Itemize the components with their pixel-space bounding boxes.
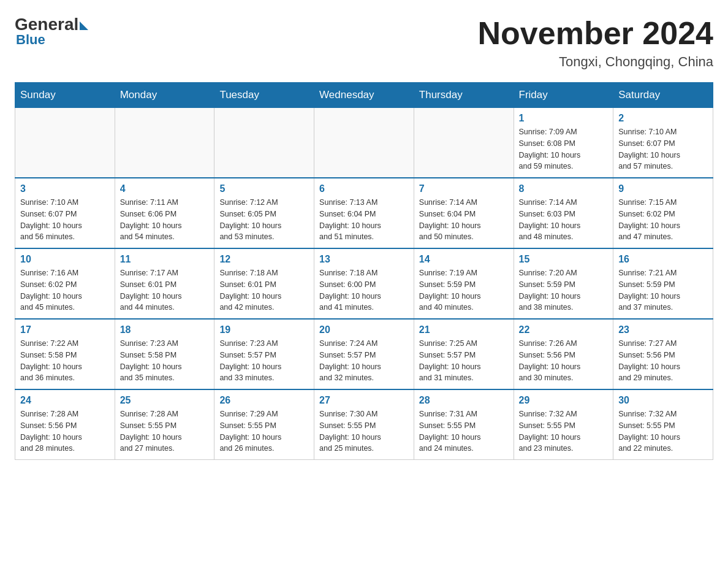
day-of-week-header: Thursday [414, 83, 514, 108]
day-number: 17 [20, 324, 110, 335]
day-number: 20 [319, 324, 409, 335]
calendar-week-row: 24Sunrise: 7:28 AMSunset: 5:56 PMDayligh… [15, 389, 713, 460]
calendar-cell: 22Sunrise: 7:26 AMSunset: 5:56 PMDayligh… [514, 319, 613, 389]
calendar-cell [115, 108, 214, 178]
day-info: Sunrise: 7:22 AMSunset: 5:58 PMDaylight:… [20, 338, 110, 384]
calendar-cell: 6Sunrise: 7:13 AMSunset: 6:04 PMDaylight… [314, 178, 414, 248]
location: Tongxi, Chongqing, China [478, 54, 713, 70]
calendar-cell: 12Sunrise: 7:18 AMSunset: 6:01 PMDayligh… [214, 248, 314, 319]
calendar-cell: 9Sunrise: 7:15 AMSunset: 6:02 PMDaylight… [613, 178, 713, 248]
day-info: Sunrise: 7:28 AMSunset: 5:56 PMDaylight:… [20, 408, 110, 454]
day-number: 2 [618, 113, 708, 124]
day-info: Sunrise: 7:19 AMSunset: 5:59 PMDaylight:… [419, 267, 509, 313]
day-info: Sunrise: 7:24 AMSunset: 5:57 PMDaylight:… [319, 338, 409, 384]
day-of-week-header: Sunday [15, 83, 115, 108]
day-of-week-header: Monday [115, 83, 214, 108]
day-info: Sunrise: 7:29 AMSunset: 5:55 PMDaylight:… [219, 408, 309, 454]
calendar-cell: 27Sunrise: 7:30 AMSunset: 5:55 PMDayligh… [314, 389, 414, 460]
day-number: 29 [519, 395, 609, 406]
calendar: SundayMondayTuesdayWednesdayThursdayFrid… [15, 82, 713, 460]
calendar-cell: 28Sunrise: 7:31 AMSunset: 5:55 PMDayligh… [414, 389, 514, 460]
day-info: Sunrise: 7:31 AMSunset: 5:55 PMDaylight:… [419, 408, 509, 454]
day-number: 19 [219, 324, 309, 335]
calendar-cell: 21Sunrise: 7:25 AMSunset: 5:57 PMDayligh… [414, 319, 514, 389]
day-info: Sunrise: 7:17 AMSunset: 6:01 PMDaylight:… [120, 267, 210, 313]
day-number: 24 [20, 395, 110, 406]
day-of-week-header: Saturday [613, 83, 713, 108]
day-number: 4 [120, 183, 210, 194]
day-number: 23 [618, 324, 708, 335]
day-number: 5 [219, 183, 309, 194]
calendar-header-row: SundayMondayTuesdayWednesdayThursdayFrid… [15, 83, 713, 108]
calendar-cell: 17Sunrise: 7:22 AMSunset: 5:58 PMDayligh… [15, 319, 115, 389]
day-info: Sunrise: 7:10 AMSunset: 6:07 PMDaylight:… [618, 126, 708, 172]
day-number: 6 [319, 183, 409, 194]
day-info: Sunrise: 7:28 AMSunset: 5:55 PMDaylight:… [120, 408, 210, 454]
day-info: Sunrise: 7:13 AMSunset: 6:04 PMDaylight:… [319, 197, 409, 243]
calendar-cell: 3Sunrise: 7:10 AMSunset: 6:07 PMDaylight… [15, 178, 115, 248]
day-info: Sunrise: 7:18 AMSunset: 6:00 PMDaylight:… [319, 267, 409, 313]
day-number: 25 [120, 395, 210, 406]
day-info: Sunrise: 7:20 AMSunset: 5:59 PMDaylight:… [519, 267, 609, 313]
day-info: Sunrise: 7:18 AMSunset: 6:01 PMDaylight:… [219, 267, 309, 313]
logo-blue-text: Blue [16, 32, 45, 48]
day-info: Sunrise: 7:12 AMSunset: 6:05 PMDaylight:… [219, 197, 309, 243]
day-number: 27 [319, 395, 409, 406]
calendar-cell: 5Sunrise: 7:12 AMSunset: 6:05 PMDaylight… [214, 178, 314, 248]
day-number: 14 [419, 254, 509, 265]
day-number: 26 [219, 395, 309, 406]
calendar-cell: 26Sunrise: 7:29 AMSunset: 5:55 PMDayligh… [214, 389, 314, 460]
day-info: Sunrise: 7:27 AMSunset: 5:56 PMDaylight:… [618, 338, 708, 384]
day-of-week-header: Wednesday [314, 83, 414, 108]
day-info: Sunrise: 7:26 AMSunset: 5:56 PMDaylight:… [519, 338, 609, 384]
page-header: General Blue November 2024 Tongxi, Chong… [15, 15, 713, 70]
day-of-week-header: Friday [514, 83, 613, 108]
calendar-cell: 18Sunrise: 7:23 AMSunset: 5:58 PMDayligh… [115, 319, 214, 389]
day-number: 12 [219, 254, 309, 265]
calendar-cell: 19Sunrise: 7:23 AMSunset: 5:57 PMDayligh… [214, 319, 314, 389]
day-info: Sunrise: 7:25 AMSunset: 5:57 PMDaylight:… [419, 338, 509, 384]
day-info: Sunrise: 7:32 AMSunset: 5:55 PMDaylight:… [519, 408, 609, 454]
calendar-cell: 8Sunrise: 7:14 AMSunset: 6:03 PMDaylight… [514, 178, 613, 248]
day-number: 9 [618, 183, 708, 194]
calendar-cell: 13Sunrise: 7:18 AMSunset: 6:00 PMDayligh… [314, 248, 414, 319]
calendar-cell [314, 108, 414, 178]
calendar-cell: 4Sunrise: 7:11 AMSunset: 6:06 PMDaylight… [115, 178, 214, 248]
calendar-cell: 30Sunrise: 7:32 AMSunset: 5:55 PMDayligh… [613, 389, 713, 460]
calendar-cell: 11Sunrise: 7:17 AMSunset: 6:01 PMDayligh… [115, 248, 214, 319]
day-number: 22 [519, 324, 609, 335]
day-info: Sunrise: 7:14 AMSunset: 6:04 PMDaylight:… [419, 197, 509, 243]
day-number: 21 [419, 324, 509, 335]
calendar-cell: 24Sunrise: 7:28 AMSunset: 5:56 PMDayligh… [15, 389, 115, 460]
day-number: 7 [419, 183, 509, 194]
day-info: Sunrise: 7:15 AMSunset: 6:02 PMDaylight:… [618, 197, 708, 243]
day-info: Sunrise: 7:23 AMSunset: 5:57 PMDaylight:… [219, 338, 309, 384]
calendar-week-row: 3Sunrise: 7:10 AMSunset: 6:07 PMDaylight… [15, 178, 713, 248]
logo: General Blue [15, 15, 88, 48]
day-number: 3 [20, 183, 110, 194]
logo-arrow-icon [80, 21, 88, 30]
day-info: Sunrise: 7:23 AMSunset: 5:58 PMDaylight:… [120, 338, 210, 384]
calendar-cell [15, 108, 115, 178]
day-number: 1 [519, 113, 609, 124]
day-info: Sunrise: 7:14 AMSunset: 6:03 PMDaylight:… [519, 197, 609, 243]
calendar-cell: 23Sunrise: 7:27 AMSunset: 5:56 PMDayligh… [613, 319, 713, 389]
calendar-week-row: 1Sunrise: 7:09 AMSunset: 6:08 PMDaylight… [15, 108, 713, 178]
calendar-cell: 15Sunrise: 7:20 AMSunset: 5:59 PMDayligh… [514, 248, 613, 319]
calendar-cell: 25Sunrise: 7:28 AMSunset: 5:55 PMDayligh… [115, 389, 214, 460]
day-number: 15 [519, 254, 609, 265]
day-info: Sunrise: 7:21 AMSunset: 5:59 PMDaylight:… [618, 267, 708, 313]
day-info: Sunrise: 7:11 AMSunset: 6:06 PMDaylight:… [120, 197, 210, 243]
calendar-cell: 7Sunrise: 7:14 AMSunset: 6:04 PMDaylight… [414, 178, 514, 248]
day-of-week-header: Tuesday [214, 83, 314, 108]
day-number: 10 [20, 254, 110, 265]
calendar-week-row: 10Sunrise: 7:16 AMSunset: 6:02 PMDayligh… [15, 248, 713, 319]
calendar-cell: 14Sunrise: 7:19 AMSunset: 5:59 PMDayligh… [414, 248, 514, 319]
calendar-cell: 1Sunrise: 7:09 AMSunset: 6:08 PMDaylight… [514, 108, 613, 178]
day-info: Sunrise: 7:09 AMSunset: 6:08 PMDaylight:… [519, 126, 609, 172]
calendar-cell [414, 108, 514, 178]
day-number: 16 [618, 254, 708, 265]
day-number: 18 [120, 324, 210, 335]
day-number: 13 [319, 254, 409, 265]
month-title: November 2024 [478, 15, 713, 52]
